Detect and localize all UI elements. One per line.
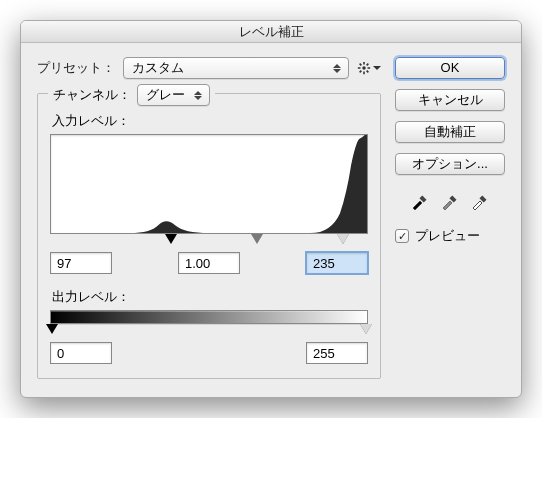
histogram-graph [51, 135, 367, 233]
eyedropper-white-icon[interactable] [470, 191, 490, 211]
gear-icon [357, 61, 371, 75]
output-black-field[interactable] [50, 342, 112, 364]
input-gamma-slider[interactable] [251, 234, 263, 244]
output-black-slider[interactable] [46, 324, 58, 334]
preset-label: プリセット： [37, 59, 115, 77]
eyedropper-gray-icon[interactable] [440, 191, 460, 211]
output-gradient [50, 310, 368, 324]
auto-button[interactable]: 自動補正 [395, 121, 505, 143]
svg-line-5 [360, 64, 362, 66]
svg-line-6 [367, 71, 369, 73]
eyedropper-black-icon[interactable] [410, 191, 430, 211]
preset-select[interactable]: カスタム [123, 57, 349, 79]
channel-legend: チャンネル： グレー [48, 84, 215, 106]
input-white-field[interactable] [306, 252, 368, 274]
channel-fieldset: チャンネル： グレー 入力レベル： [37, 93, 381, 379]
channel-label: チャンネル： [53, 86, 131, 104]
input-black-field[interactable] [50, 252, 112, 274]
right-column: OK キャンセル 自動補正 オプション... ✓ [395, 57, 505, 379]
output-white-field[interactable] [306, 342, 368, 364]
preset-row: プリセット： カスタム [37, 57, 381, 79]
output-white-slider[interactable] [360, 324, 372, 334]
channel-value: グレー [146, 86, 185, 104]
input-levels-label: 入力レベル： [52, 112, 368, 130]
preview-label: プレビュー [415, 227, 480, 245]
options-button[interactable]: オプション... [395, 153, 505, 175]
input-gamma-field[interactable] [178, 252, 240, 274]
chevron-down-icon [373, 66, 381, 70]
levels-dialog: レベル補正 プリセット： カスタム [20, 20, 522, 398]
preview-checkbox[interactable]: ✓ [395, 229, 409, 243]
svg-line-8 [367, 64, 369, 66]
output-slider-track [50, 324, 368, 336]
input-levels-values [50, 252, 368, 274]
input-white-slider[interactable] [337, 234, 349, 244]
dialog-content: プリセット： カスタム [21, 43, 521, 397]
preview-row: ✓ プレビュー [395, 227, 505, 245]
preset-value: カスタム [132, 59, 184, 77]
output-levels-values [50, 342, 368, 364]
svg-line-7 [360, 71, 362, 73]
output-levels-label: 出力レベル： [52, 288, 368, 306]
ok-button[interactable]: OK [395, 57, 505, 79]
preset-menu-button[interactable] [357, 61, 381, 75]
input-black-slider[interactable] [165, 234, 177, 244]
eyedropper-group [395, 191, 505, 211]
input-slider-track [50, 234, 368, 246]
select-caret-icon [191, 91, 205, 100]
cancel-button[interactable]: キャンセル [395, 89, 505, 111]
select-caret-icon [330, 64, 344, 73]
window-title: レベル補正 [21, 21, 521, 43]
channel-select[interactable]: グレー [137, 84, 210, 106]
left-column: プリセット： カスタム [37, 57, 381, 379]
svg-point-0 [362, 66, 366, 70]
histogram [50, 134, 368, 234]
